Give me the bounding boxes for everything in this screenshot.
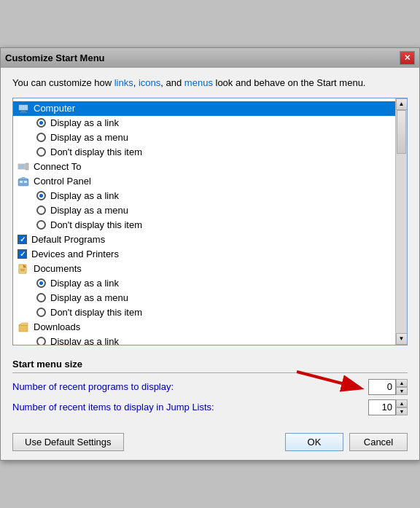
default-programs-label: Default Programs	[31, 234, 105, 245]
title-bar-buttons: ✕	[400, 51, 415, 65]
scroll-thumb[interactable]	[397, 110, 406, 154]
connect-to-label: Connect To	[34, 161, 82, 172]
devices-printers-label: Devices and Printers	[31, 249, 119, 259]
display-menu-label: Display as a menu	[50, 132, 128, 143]
spinner2-buttons: ▲ ▼	[396, 399, 408, 415]
downloads-label: Downloads	[34, 321, 80, 332]
svg-rect-6	[26, 163, 28, 170]
radio-display-link-control[interactable]	[36, 191, 46, 200]
documents-label: Documents	[34, 263, 82, 274]
use-default-settings-button[interactable]: Use Default Settings	[12, 433, 124, 451]
computer-label: Computer	[34, 103, 75, 114]
spinner1-wrapper: Number of recent programs to display: ▲ …	[12, 379, 408, 395]
list-item[interactable]: Display as a link	[13, 276, 395, 291]
ok-cancel-group: OK Cancel	[285, 433, 408, 451]
display-link-label: Display as a link	[50, 117, 119, 128]
radio-no-display-computer[interactable]	[36, 147, 46, 157]
cancel-button[interactable]: Cancel	[349, 433, 408, 451]
control-none-label: Don't display this item	[50, 219, 142, 230]
description-area: You can customize how links, icons, and …	[1, 68, 419, 352]
list-item[interactable]: ✓ Default Programs	[13, 232, 395, 247]
spinner1-up-button[interactable]: ▲	[396, 379, 408, 387]
control-menu-label: Display as a menu	[50, 205, 128, 216]
spinner2-row: Number of recent items to display in Jum…	[12, 399, 408, 415]
spinner1-control: ▲ ▼	[368, 379, 408, 395]
list-item[interactable]: Don't display this item	[13, 145, 395, 160]
list-item[interactable]: Display as a menu	[13, 203, 395, 218]
scroll-down-button[interactable]: ▼	[396, 333, 408, 345]
svg-rect-14	[20, 269, 25, 270]
section-title: Start menu size	[12, 359, 408, 373]
list-item[interactable]: ✓ Devices and Printers	[13, 247, 395, 262]
svg-rect-10	[24, 181, 27, 183]
scrollbar: ▲ ▼	[395, 98, 407, 345]
spinner1-row: Number of recent programs to display: ▲ …	[12, 379, 408, 395]
list-item[interactable]: Connect To	[13, 160, 395, 174]
spinner1-input[interactable]	[368, 379, 396, 395]
ok-button[interactable]: OK	[285, 433, 343, 451]
options-list-container: Computer Display as a link Display as a …	[12, 98, 408, 345]
list-item[interactable]: Display as a menu	[13, 291, 395, 305]
spinner2-down-button[interactable]: ▼	[396, 407, 408, 415]
radio-no-display-control[interactable]	[36, 220, 46, 230]
title-bar: Customize Start Menu ✕	[1, 48, 419, 68]
list-item[interactable]: Display as a link	[13, 189, 395, 203]
spinner1-label: Number of recent programs to display:	[12, 381, 174, 392]
svg-rect-16	[19, 325, 28, 332]
list-item[interactable]: Don't display this item	[13, 305, 395, 320]
spinner2-input[interactable]	[368, 399, 396, 415]
connect-icon	[18, 161, 29, 173]
svg-rect-5	[19, 165, 24, 168]
spinner1-down-button[interactable]: ▼	[396, 387, 408, 395]
customize-start-menu-dialog: Customize Start Menu ✕ You can customize…	[0, 47, 420, 460]
list-item[interactable]: Documents	[13, 262, 395, 276]
svg-rect-1	[19, 105, 28, 110]
list-item[interactable]: Downloads	[13, 320, 395, 335]
scroll-track[interactable]	[396, 110, 407, 333]
options-list: Computer Display as a link Display as a …	[13, 98, 395, 345]
list-item[interactable]: Display as a menu	[13, 130, 395, 145]
control-panel-label: Control Panel	[34, 176, 91, 187]
spinner1-buttons: ▲ ▼	[396, 379, 408, 395]
radio-no-display-docs[interactable]	[36, 308, 46, 317]
radio-display-link-downloads[interactable]	[36, 337, 46, 345]
docs-link-label: Display as a link	[50, 278, 119, 289]
svg-marker-8	[18, 177, 28, 179]
computer-icon	[18, 103, 29, 114]
svg-marker-17	[19, 323, 28, 325]
spinner2-up-button[interactable]: ▲	[396, 399, 408, 407]
documents-icon	[18, 263, 29, 275]
description-text: You can customize how links, icons, and …	[12, 77, 408, 90]
bottom-section: Start menu size Number of recent program…	[1, 353, 419, 427]
spinner2-label: Number of recent items to display in Jum…	[12, 402, 214, 413]
checkbox-default-programs[interactable]: ✓	[18, 235, 27, 244]
downloads-link-label: Display as a link	[50, 336, 119, 345]
radio-display-link-docs[interactable]	[36, 278, 46, 288]
dialog-title: Customize Start Menu	[5, 52, 105, 63]
radio-display-menu-computer[interactable]	[36, 133, 46, 142]
no-display-label: Don't display this item	[50, 146, 142, 157]
list-item[interactable]: Display as a link	[13, 335, 395, 345]
docs-menu-label: Display as a menu	[50, 292, 128, 303]
spinner2-control: ▲ ▼	[368, 399, 408, 415]
close-button[interactable]: ✕	[400, 51, 415, 65]
svg-rect-3	[20, 112, 27, 113]
list-item[interactable]: Computer	[13, 101, 395, 116]
scroll-up-button[interactable]: ▲	[396, 98, 408, 110]
radio-display-menu-docs[interactable]	[36, 293, 46, 302]
svg-rect-2	[21, 111, 26, 112]
button-row: Use Default Settings OK Cancel	[1, 427, 419, 460]
radio-display-link-computer[interactable]	[36, 118, 46, 128]
list-item[interactable]: Display as a link	[13, 116, 395, 130]
control-link-label: Display as a link	[50, 190, 119, 201]
list-item[interactable]: Control Panel	[13, 174, 395, 189]
radio-display-menu-control[interactable]	[36, 206, 46, 215]
svg-rect-15	[20, 270, 25, 271]
control-panel-icon	[18, 176, 29, 187]
list-item[interactable]: Don't display this item	[13, 218, 395, 232]
docs-none-label: Don't display this item	[50, 307, 142, 318]
svg-rect-9	[20, 181, 23, 183]
downloads-icon	[18, 321, 29, 333]
checkbox-devices-printers[interactable]: ✓	[18, 249, 27, 259]
